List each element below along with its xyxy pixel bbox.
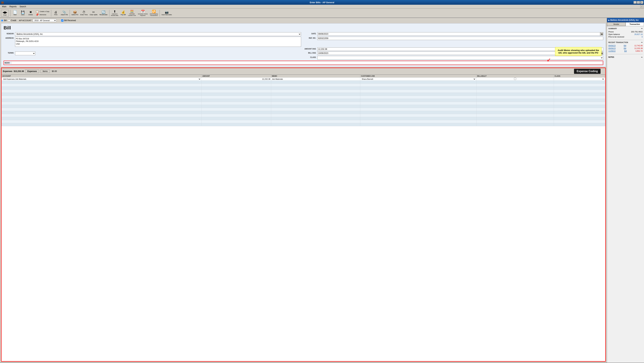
expense-coding-label: Expense Coding [574, 69, 600, 74]
audit-memo-annotation: Audit Memo showing who uploaded thebill,… [555, 47, 602, 56]
scan-barcodes-button[interactable]: 📷 Scan Barcodes [160, 10, 172, 16]
summary-edit-icon[interactable]: ✏ [641, 27, 643, 30]
recent-date-3[interactable]: 11/09/22 [608, 50, 616, 52]
copy-icon: 📋 [36, 10, 39, 13]
find-icon: ◀▶ [2, 10, 7, 14]
table-row [2, 105, 605, 108]
address-line3: USA [16, 43, 300, 45]
memorize-label: Memorize [40, 14, 46, 15]
cell-memo: Job Materials [271, 77, 360, 81]
pos-receive-row: POs to be received 0 [608, 36, 643, 38]
clear-splits-label: Clear Splits [90, 14, 98, 15]
recent-amount-1: 12,742.06 [634, 44, 643, 47]
select-po-button[interactable]: 📦 Select PO [71, 10, 79, 16]
class-select[interactable] [317, 56, 604, 60]
attach-file-button[interactable]: 📎 Attach File [60, 10, 69, 16]
ref-no-label: REF. NO. [302, 37, 316, 39]
class-row-select[interactable] [554, 78, 604, 80]
date-calendar-btn[interactable]: ▦ [600, 32, 603, 36]
new-button[interactable]: 📄 New [11, 10, 19, 16]
recent-date-2[interactable]: 09/06/23 [608, 47, 616, 49]
address-label: ADDRESS [4, 37, 14, 39]
calc-label: CalculateLanded Cost [128, 13, 136, 16]
save-button[interactable]: 💾 Save [19, 10, 26, 16]
expense-table: ACCOUNT AMOUNT MEMO CUSTOMER:JOB BILLABL… [2, 75, 605, 361]
scan-icon: 📷 [165, 11, 168, 14]
delete-button[interactable]: ✖ Delete [27, 10, 34, 16]
tab-vendor[interactable]: Vendor [607, 22, 626, 26]
memorize-icon: 📌 [36, 13, 39, 16]
ap-account-label: A/P ACCOUNT [19, 19, 32, 21]
title-bar: 💼 Enter Bills - AP General _ □ ✕ [0, 0, 644, 5]
expenses-tab[interactable]: Expenses [25, 70, 39, 73]
cell-billable [476, 77, 554, 81]
ref-no-input[interactable] [317, 37, 604, 40]
recent-type-3[interactable]: Bill [624, 50, 627, 52]
schedule-icon: 📅 [141, 10, 145, 13]
notes-edit-icon[interactable]: ✏ [641, 56, 643, 58]
close-button[interactable]: ✕ [640, 1, 643, 4]
summary-section: SUMMARY ✏ Phone 203-791-9915 Open balanc… [608, 27, 643, 38]
menu-main[interactable]: Main [1, 5, 8, 8]
enter-time-button[interactable]: ⏱ Enter Time [80, 10, 88, 16]
vendor-select[interactable]: Belimo Aircontrols (USA), Inc [15, 32, 301, 36]
phone-label: Phone [608, 31, 614, 33]
account-select[interactable]: Job Expenses:Job Materials [2, 78, 201, 80]
recalculate-button[interactable]: 🔄 Recalculate [99, 10, 108, 16]
expenses-label: Expenses [3, 70, 12, 72]
col-customer-job: CUSTOMER:JOB [360, 75, 476, 77]
enter-time-label: Enter Time [80, 14, 88, 15]
menu-reports[interactable]: Reports [8, 5, 18, 8]
enter-time-icon: ⏱ [82, 11, 86, 14]
customer-job-select[interactable]: Shara Barnett [361, 78, 476, 80]
bill-received-checkbox[interactable] [61, 19, 64, 22]
recent-type-2[interactable]: Bill [624, 47, 626, 49]
find-button[interactable]: ◀▶ Find [1, 10, 9, 16]
recent-amount-3: 3,852.72 [636, 50, 643, 52]
sep1 [10, 10, 10, 16]
right-panel-header: ▶ Belimo Aircontrols (USA), Inc [607, 18, 644, 22]
billable-checkbox[interactable] [514, 78, 516, 80]
intercompany-button[interactable]: 🔁 IntercompanyTransactions [149, 9, 159, 17]
create-copy-button[interactable]: 📋 Create a Copy 📌 Memorize [35, 9, 50, 17]
credit-radio[interactable] [8, 19, 10, 22]
recalculate-icon: 🔄 [102, 11, 105, 14]
expenses-amount: $12,232.38 [14, 70, 24, 72]
pay-bill-button[interactable]: 💰 Pay Bill [120, 10, 127, 16]
table-row [2, 84, 605, 87]
date-input[interactable] [317, 32, 600, 36]
ap-account-select[interactable]: 2010 · AP General [33, 19, 56, 22]
new-label: New [14, 14, 16, 15]
upload-review-label: Upload &Review Bills [111, 13, 118, 16]
attach-label: Attach File [61, 14, 68, 15]
print-button[interactable]: 🖨 Print [52, 10, 60, 16]
terms-select[interactable] [15, 51, 35, 55]
memo-input[interactable]: Processed via MakersHub. Fully approved … [11, 61, 602, 64]
app-icon: 💼 [1, 1, 4, 4]
expense-section: Expenses $12,232.38 Expenses Items $0.00… [1, 67, 606, 362]
recent-type-1[interactable]: Bill [624, 44, 626, 47]
upload-review-button[interactable]: ⬆ Upload &Review Bills [110, 9, 119, 17]
menu-search[interactable]: Search [18, 5, 28, 8]
items-tab[interactable]: Items [40, 70, 50, 73]
recent-date-1[interactable]: 09/06/23 [608, 44, 616, 47]
select-po-icon: 📦 [73, 11, 77, 14]
class-field [317, 56, 604, 60]
phone-value: 203-791-9915 [631, 31, 643, 33]
vendor-field: Belimo Aircontrols (USA), Inc [15, 32, 301, 36]
cell-account: Job Expenses:Job Materials [2, 77, 202, 81]
annotation-text: Audit Memo showing who uploaded thebill,… [555, 47, 602, 56]
bill-radio[interactable] [1, 19, 3, 22]
recent-edit-icon[interactable]: ✏ [641, 41, 643, 43]
bill-type-row: Bill Credit A/P ACCOUNT 2010 · AP Genera… [1, 19, 606, 22]
calculate-landed-cost-button[interactable]: 🧮 CalculateLanded Cost [127, 9, 136, 17]
tab-transaction[interactable]: Transaction [626, 22, 644, 26]
schedule-payment-button[interactable]: 📅 Schedule OnlinePayment [137, 9, 148, 17]
maximize-button[interactable]: □ [637, 1, 640, 4]
minimize-button[interactable]: _ [634, 1, 636, 4]
expand-icon[interactable]: ⤢ [640, 5, 643, 8]
col-account: ACCOUNT [2, 75, 202, 77]
table-row [2, 117, 605, 120]
clear-splits-button[interactable]: ✂ Clear Splits [89, 10, 98, 16]
recent-section: RECENT TRANSACTION ✏ 09/06/23 Bill 12,74… [608, 41, 643, 52]
